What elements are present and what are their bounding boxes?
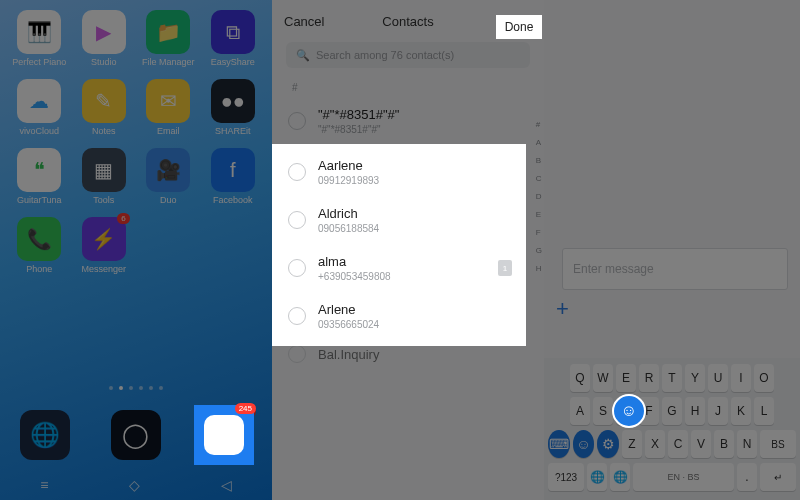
key-z[interactable]: Z (622, 430, 642, 458)
contact-row[interactable]: Arlene09356665024 (272, 292, 526, 340)
key-o[interactable]: O (754, 364, 774, 392)
key-b[interactable]: B (714, 430, 734, 458)
key-x[interactable]: X (645, 430, 665, 458)
sim-badge: 1 (498, 260, 512, 276)
contacts-search[interactable]: 🔍 Search among 76 contact(s) (286, 42, 530, 68)
app-facebook[interactable]: fFacebook (204, 148, 263, 205)
contact-radio[interactable] (288, 211, 306, 229)
alpha-index[interactable]: #ABCDEFGH (536, 120, 542, 273)
language-key[interactable]: 🌐 (587, 463, 607, 491)
contact-row[interactable]: alma+6390534598081 (272, 244, 526, 292)
contacts-list-highlight: Aarlene09912919893Aldrich09056188584alma… (272, 144, 526, 346)
contact-radio[interactable] (288, 259, 306, 277)
done-button-highlight[interactable]: Done (496, 15, 542, 39)
key-v[interactable]: V (691, 430, 711, 458)
messages-badge: 245 (235, 403, 256, 414)
app-notes[interactable]: ✎Notes (75, 79, 134, 136)
key-t[interactable]: T (662, 364, 682, 392)
app-guitartuna[interactable]: ❝GuitarTuna (10, 148, 69, 205)
spacebar[interactable]: EN · BS (633, 463, 734, 491)
emoji-key-highlight[interactable]: ☺ (612, 394, 646, 428)
settings-key[interactable]: ⚙ (597, 430, 619, 458)
app-studio[interactable]: ▶Studio (75, 10, 134, 67)
add-attachment-button[interactable]: + (556, 296, 569, 322)
key-r[interactable]: R (639, 364, 659, 392)
app-tools[interactable]: ▦Tools (75, 148, 134, 205)
period-key[interactable]: . (737, 463, 757, 491)
app-shareit[interactable]: ●●SHAREit (204, 79, 263, 136)
key-i[interactable]: I (731, 364, 751, 392)
contacts-title: Contacts (382, 14, 433, 29)
key-l[interactable]: L (754, 397, 774, 425)
backspace-key[interactable]: BS (760, 430, 796, 458)
contact-row[interactable]: "#"*#8351#"#" "#"*#8351#"#" (272, 97, 544, 145)
camera-app[interactable]: ◯ (111, 410, 161, 460)
key-a[interactable]: A (570, 397, 590, 425)
key-h[interactable]: H (685, 397, 705, 425)
key-u[interactable]: U (708, 364, 728, 392)
home-button[interactable]: ◇ (129, 477, 140, 493)
enter-key[interactable]: ↵ (760, 463, 796, 491)
browser-app[interactable]: 🌐 (20, 410, 70, 460)
emoji-key[interactable]: ☺ (573, 430, 595, 458)
contact-radio[interactable] (288, 112, 306, 130)
section-header-hash: # (272, 78, 544, 97)
key-c[interactable]: C (668, 430, 688, 458)
app-phone[interactable]: 📞Phone (10, 217, 69, 274)
back-button[interactable]: ◁ (221, 477, 232, 493)
page-indicator (0, 386, 272, 390)
search-placeholder: Search among 76 contact(s) (316, 49, 454, 61)
messages-app-highlight[interactable]: 245 (194, 405, 254, 465)
key-g[interactable]: G (662, 397, 682, 425)
key-q[interactable]: Q (570, 364, 590, 392)
soft-keyboard: QWERTYUIO ASDFGHJKL ⌨☺⚙ZXCVBNBS ?123🌐🌐EN… (544, 358, 800, 500)
recents-button[interactable]: ≡ (40, 477, 48, 493)
key-j[interactable]: J (708, 397, 728, 425)
app-perfect-piano[interactable]: 🎹Perfect Piano (10, 10, 69, 67)
key-y[interactable]: Y (685, 364, 705, 392)
symbols-key[interactable]: ?123 (548, 463, 584, 491)
contact-radio[interactable] (288, 307, 306, 325)
contact-radio[interactable] (288, 345, 306, 363)
key-n[interactable]: N (737, 430, 757, 458)
compose-message: Enter message + QWERTYUIO ASDFGHJKL ⌨☺⚙Z… (544, 0, 800, 500)
key-w[interactable]: W (593, 364, 613, 392)
contact-radio[interactable] (288, 163, 306, 181)
key-s[interactable]: S (593, 397, 613, 425)
search-icon: 🔍 (296, 49, 310, 62)
cancel-button[interactable]: Cancel (284, 14, 324, 29)
message-input[interactable]: Enter message (562, 248, 788, 290)
contact-row[interactable]: Aarlene09912919893 (272, 148, 526, 196)
key-k[interactable]: K (731, 397, 751, 425)
app-messenger[interactable]: ⚡6Messenger (75, 217, 134, 274)
globe-key[interactable]: 🌐 (610, 463, 630, 491)
app-easyshare[interactable]: ⧉EasyShare (204, 10, 263, 67)
app-duo[interactable]: 🎥Duo (139, 148, 198, 205)
app-vivocloud[interactable]: ☁vivoCloud (10, 79, 69, 136)
app-file-manager[interactable]: 📁File Manager (139, 10, 198, 67)
contact-row[interactable]: Aldrich09056188584 (272, 196, 526, 244)
badge: 6 (117, 213, 129, 224)
app-email[interactable]: ✉Email (139, 79, 198, 136)
android-navbar: ≡ ◇ ◁ (0, 470, 272, 500)
key-e[interactable]: E (616, 364, 636, 392)
keyboard-switch[interactable]: ⌨ (548, 430, 570, 458)
